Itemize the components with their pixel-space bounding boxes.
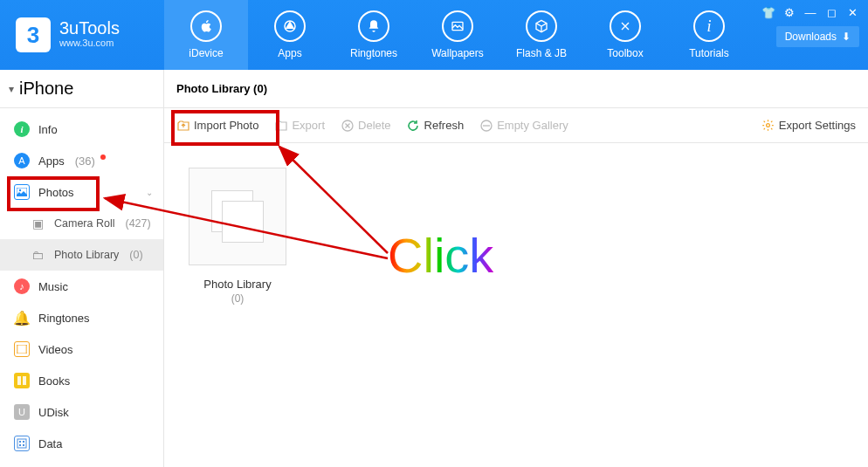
sidebar-item-label: Info [38, 123, 58, 136]
svg-rect-11 [23, 444, 24, 446]
bell-icon: 🔔 [14, 310, 30, 326]
folder-thumb-icon [189, 168, 286, 265]
maximize-icon[interactable]: ◻ [824, 5, 838, 19]
tool-label: Import Photo [194, 119, 258, 132]
refresh-icon [407, 119, 420, 132]
info-icon: i [14, 121, 30, 137]
book-icon [14, 373, 30, 388]
nav-label: iDevice [189, 47, 223, 59]
sidebar-item-label: Photo Library [54, 249, 119, 261]
export-settings-button[interactable]: Export Settings [761, 119, 856, 132]
nav-toolbox[interactable]: Toolbox [583, 0, 667, 70]
svg-point-14 [766, 124, 769, 127]
sidebar-item-data[interactable]: Data [0, 428, 163, 459]
sidebar-item-music[interactable]: ♪ Music [0, 271, 163, 302]
video-icon [14, 341, 30, 357]
photos-icon [14, 184, 30, 200]
sidebar-item-info[interactable]: i Info [0, 113, 163, 145]
photo-library-tile[interactable]: Photo Library (0) [182, 168, 293, 305]
sidebar-item-udisk[interactable]: U UDisk [0, 396, 163, 428]
sidebar: ▾ iPhone i Info A Apps (36) Photos ⌄ [0, 70, 164, 467]
downloads-label: Downloads [785, 31, 837, 43]
empty-icon [479, 119, 493, 132]
import-icon [176, 119, 189, 132]
sidebar-item-photos[interactable]: Photos ⌄ [0, 176, 163, 208]
sidebar-item-ringtones[interactable]: 🔔 Ringtones [0, 302, 163, 333]
tab-photo-library[interactable]: Photo Library (0) [176, 82, 267, 95]
svg-rect-8 [19, 441, 21, 443]
udisk-icon: U [14, 404, 30, 420]
photo-library-count: (0) [129, 249, 142, 261]
logo-badge: 3 [16, 17, 51, 52]
delete-button: Delete [341, 119, 391, 132]
refresh-button[interactable]: Refresh [407, 119, 465, 132]
nav-label: Tutorials [689, 47, 729, 59]
sidebar-item-apps[interactable]: A Apps (36) [0, 145, 163, 176]
nav-wallpapers[interactable]: Wallpapers [416, 0, 499, 70]
export-icon [274, 119, 287, 132]
sidebar-item-label: Data [38, 437, 62, 450]
sidebar-item-label: Photos [38, 186, 73, 199]
gear-icon [761, 119, 775, 132]
tools-icon [610, 10, 641, 42]
apps-icon [274, 10, 306, 42]
sidebar-item-label: Camera Roll [54, 217, 114, 230]
nav-ringtones[interactable]: Ringtones [332, 0, 416, 70]
nav-label: Wallpapers [431, 47, 484, 59]
sidebar-item-camera-roll[interactable]: ▣ Camera Roll (427) [0, 208, 163, 239]
sidebar-item-photo-library[interactable]: 🗀 Photo Library (0) [0, 239, 163, 271]
sidebar-item-label: Ringtones [38, 312, 90, 325]
app-name: 3uTools [59, 19, 120, 37]
close-icon[interactable]: ✕ [845, 5, 859, 19]
cube-icon [526, 10, 557, 42]
titlebar: 3 3uTools www.3u.com iDevice Apps Ringto… [0, 0, 868, 70]
svg-point-3 [19, 189, 21, 191]
sidebar-item-label: Apps [38, 155, 65, 168]
svg-rect-7 [17, 439, 26, 448]
tile-count: (0) [182, 292, 293, 305]
minimize-icon[interactable]: — [803, 5, 817, 19]
camera-roll-count: (427) [125, 217, 150, 230]
nav-label: Toolbox [607, 47, 643, 59]
toolbar: Import Photo Export Delete Refresh [164, 108, 868, 143]
window-controls: 👕 ⚙ — ◻ ✕ Downloads ⬇ [761, 0, 868, 70]
tool-label: Export Settings [779, 119, 856, 132]
nav-apps[interactable]: Apps [248, 0, 332, 70]
folder-icon: 🗀 [30, 247, 45, 263]
apps-icon: A [14, 153, 30, 168]
info-icon: i [693, 10, 725, 42]
svg-rect-5 [17, 345, 18, 354]
tool-label: Refresh [424, 119, 465, 132]
apple-icon [190, 10, 222, 42]
nav-flash-jb[interactable]: Flash & JB [499, 0, 583, 70]
app-site: www.3u.com [59, 37, 120, 50]
apps-count: (36) [75, 155, 95, 168]
svg-rect-10 [19, 444, 21, 446]
device-name: iPhone [19, 79, 73, 99]
sidebar-item-videos[interactable]: Videos [0, 333, 163, 365]
nav-label: Ringtones [350, 47, 397, 59]
sidebar-item-label: UDisk [38, 406, 69, 419]
svg-rect-9 [23, 441, 24, 443]
downloads-button[interactable]: Downloads ⬇ [776, 26, 859, 47]
content-pane: Photo Library (0) Import Photo Export De… [164, 70, 868, 467]
tool-label: Delete [358, 119, 391, 132]
device-header[interactable]: ▾ iPhone [0, 70, 163, 108]
sidebar-item-label: Music [38, 280, 68, 293]
export-button: Export [274, 119, 325, 132]
camera-icon: ▣ [30, 216, 45, 231]
settings-icon[interactable]: ⚙ [782, 5, 796, 19]
import-photo-button[interactable]: Import Photo [176, 119, 258, 132]
nav-label: Flash & JB [516, 47, 567, 59]
nav-idevice[interactable]: iDevice [164, 0, 248, 70]
delete-icon [341, 119, 354, 132]
tool-label: Export [292, 119, 325, 132]
sidebar-item-label: Videos [38, 343, 73, 356]
tool-label: Empty Gallery [497, 119, 568, 132]
chevron-down-icon: ▾ [9, 83, 14, 95]
top-nav: iDevice Apps Ringtones Wallpapers Flash … [164, 0, 751, 70]
tab-bar: Photo Library (0) [164, 70, 868, 108]
sidebar-item-books[interactable]: Books [0, 365, 163, 396]
skin-icon[interactable]: 👕 [761, 5, 775, 19]
nav-tutorials[interactable]: i Tutorials [667, 0, 751, 70]
